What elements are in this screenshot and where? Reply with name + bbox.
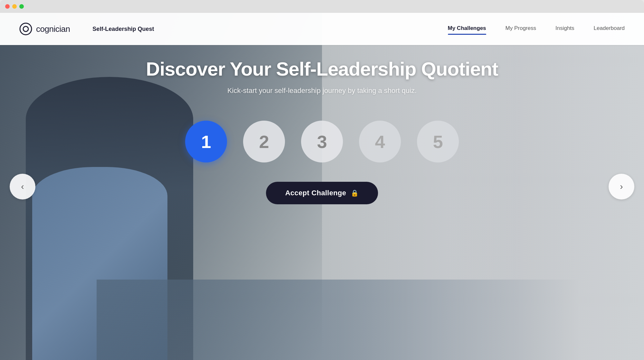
nav-my-progress[interactable]: My Progress (506, 25, 536, 33)
logo-text: cognician (36, 24, 70, 34)
close-button[interactable] (5, 4, 10, 9)
hero-content: Discover Your Self-Leadership Quotient K… (0, 58, 644, 204)
carousel-prev-button[interactable]: ‹ (10, 174, 35, 199)
app-container: cognician Self-Leadership Quest My Chall… (0, 13, 644, 360)
step-5[interactable]: 5 (417, 121, 459, 162)
arm-overlay (97, 280, 580, 360)
step-circles: 1 2 3 4 5 (185, 121, 459, 162)
hero-subtitle: Kick-start your self-leadership journey … (227, 87, 417, 95)
step-1[interactable]: 1 (185, 121, 227, 162)
carousel-next-button[interactable]: › (609, 174, 634, 199)
step-4[interactable]: 4 (359, 121, 401, 162)
nav-links: My Challenges My Progress Insights Leade… (448, 25, 625, 33)
logo-area: cognician (19, 23, 70, 35)
step-3[interactable]: 3 (301, 121, 343, 162)
lock-icon: 🔒 (351, 189, 359, 197)
logo-icon (19, 23, 32, 35)
minimize-button[interactable] (12, 4, 17, 9)
svg-point-0 (20, 23, 32, 35)
hero-title: Discover Your Self-Leadership Quotient (146, 58, 498, 80)
window-chrome (0, 0, 644, 13)
nav-insights[interactable]: Insights (555, 25, 574, 33)
navbar: cognician Self-Leadership Quest My Chall… (0, 13, 644, 45)
accept-challenge-label: Accept Challenge (285, 189, 346, 197)
app-title: Self-Leadership Quest (83, 26, 154, 32)
nav-leaderboard[interactable]: Leaderboard (594, 25, 625, 33)
nav-my-challenges[interactable]: My Challenges (448, 25, 486, 33)
svg-point-1 (23, 26, 28, 32)
fullscreen-button[interactable] (19, 4, 24, 9)
step-2[interactable]: 2 (243, 121, 285, 162)
accept-challenge-button[interactable]: Accept Challenge 🔒 (266, 182, 378, 204)
